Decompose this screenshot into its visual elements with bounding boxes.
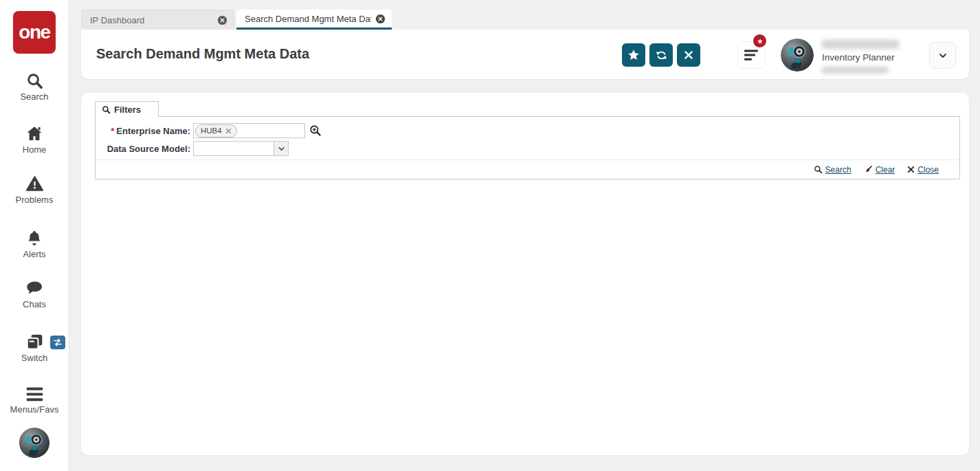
left-sidebar: one Search Home Problems Alerts — [0, 0, 69, 471]
sidebar-item-search[interactable]: Search — [0, 72, 69, 102]
filters-actions-bar: Search Clear Close — [96, 160, 959, 179]
bell-icon — [25, 229, 43, 248]
enterprise-lookup-button[interactable] — [309, 124, 322, 137]
close-x-icon — [907, 166, 915, 173]
tab-search-demand-mgmt-meta-data[interactable]: Search Demand Mgmt Meta Data — [236, 10, 392, 30]
search-icon — [814, 165, 823, 174]
clear-link[interactable]: Clear — [876, 165, 895, 175]
sidebar-item-home[interactable]: Home — [0, 124, 69, 155]
close-icon — [683, 50, 694, 61]
favorites-badge — [752, 33, 768, 49]
warning-triangle-icon — [25, 175, 45, 193]
switch-windows-icon — [25, 333, 44, 351]
data-source-model-row: Data Source Model: — [96, 140, 959, 157]
chat-bubble-icon — [25, 280, 44, 298]
page-title: Search Demand Mgmt Meta Data — [96, 46, 309, 62]
sidebar-item-label: Chats — [0, 299, 69, 309]
sidebar-user-avatar[interactable] — [19, 428, 49, 458]
one-network-logo[interactable]: one — [13, 11, 56, 54]
tab-close-icon[interactable] — [217, 15, 227, 25]
sidebar-item-label: Home — [0, 144, 69, 155]
data-source-model-select[interactable] — [193, 141, 289, 156]
filters-panel: *Enterprise Name: HUB4 — [95, 116, 960, 179]
enterprise-tag-value: HUB4 — [201, 127, 222, 135]
sidebar-item-label: Switch — [0, 353, 69, 363]
sidebar-item-switch[interactable]: Switch — [0, 333, 69, 363]
redacted-user-id — [822, 67, 888, 74]
search-icon — [25, 72, 44, 90]
sidebar-item-label: Menus/Favs — [0, 404, 69, 415]
data-source-model-label: Data Source Model: — [96, 144, 190, 154]
filters-search-icon — [102, 105, 111, 114]
enterprise-name-row: *Enterprise Name: HUB4 — [96, 122, 959, 139]
broom-icon — [864, 165, 873, 174]
page-header: Search Demand Mgmt Meta Data — [81, 30, 969, 79]
zoom-in-icon — [309, 124, 322, 137]
close-link[interactable]: Close — [917, 165, 939, 175]
chevron-down-icon — [937, 50, 948, 61]
redacted-user-name — [822, 40, 899, 49]
search-link[interactable]: Search — [825, 165, 851, 175]
tab-ip-dashboard[interactable]: IP Dashboard — [81, 10, 234, 30]
star-icon — [627, 48, 641, 62]
enterprise-tag: HUB4 — [195, 124, 237, 138]
tab-label: Search Demand Mgmt Meta Data — [236, 14, 371, 24]
user-role: Inventory Planner — [822, 52, 925, 63]
enterprise-name-input[interactable]: HUB4 — [193, 123, 305, 138]
avatar-image — [781, 39, 814, 72]
remove-tag-icon[interactable] — [225, 128, 232, 134]
close-action[interactable]: Close — [907, 165, 939, 175]
filters-tab[interactable]: Filters — [95, 101, 159, 117]
sidebar-item-alerts[interactable]: Alerts — [0, 229, 69, 259]
search-action[interactable]: Search — [814, 165, 851, 175]
favorite-button[interactable] — [622, 43, 645, 67]
select-chevron-icon[interactable] — [274, 142, 288, 155]
clear-action[interactable]: Clear — [864, 165, 895, 175]
switch-version-badge[interactable] — [50, 336, 65, 349]
refresh-button[interactable] — [649, 43, 673, 67]
home-icon — [25, 124, 44, 143]
sidebar-item-menus-favs[interactable]: Menus/Favs — [0, 386, 69, 415]
badge-star-icon — [757, 38, 764, 45]
search-content-panel: Filters *Enterprise Name: HUB4 — [81, 93, 969, 455]
sidebar-item-label: Search — [0, 91, 69, 102]
user-menu-dropdown-button[interactable] — [929, 42, 956, 69]
tab-close-icon[interactable] — [375, 14, 386, 24]
sidebar-item-problems[interactable]: Problems — [0, 175, 69, 205]
hamburger-menu-icon — [25, 386, 44, 403]
filters-tab-label: Filters — [114, 105, 141, 115]
enterprise-name-label: *Enterprise Name: — [96, 126, 190, 136]
close-page-button[interactable] — [677, 43, 700, 67]
refresh-icon — [654, 48, 669, 63]
user-info: Inventory Planner — [822, 39, 925, 74]
swap-arrows-icon — [53, 338, 63, 347]
required-marker: * — [111, 126, 114, 136]
menu-lines-icon — [744, 49, 759, 61]
user-avatar[interactable] — [781, 39, 814, 72]
logo-text: one — [19, 21, 49, 43]
sidebar-item-label: Problems — [0, 195, 69, 205]
avatar-image — [19, 428, 49, 458]
tab-label: IP Dashboard — [82, 15, 213, 25]
workspace-tab-bar: IP Dashboard Search Demand Mgmt Meta Dat… — [69, 0, 980, 30]
sidebar-item-label: Alerts — [0, 249, 69, 259]
sidebar-item-chats[interactable]: Chats — [0, 280, 69, 309]
